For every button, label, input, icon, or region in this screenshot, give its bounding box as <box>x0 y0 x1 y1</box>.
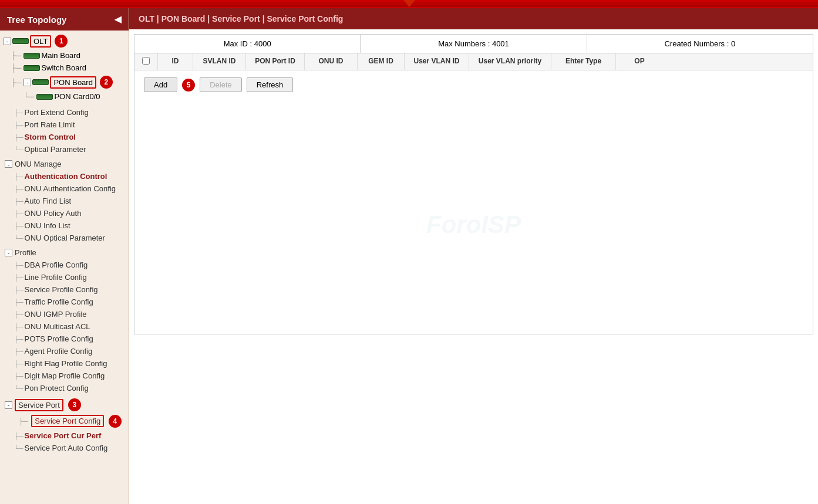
service-port-section[interactable]: - Service Port 3 <box>0 397 129 413</box>
badge-2: 2 <box>100 76 113 89</box>
nav-service-port-cur-perf[interactable]: ├─Service Port Cur Perf <box>0 429 129 442</box>
add-button[interactable]: Add <box>144 77 177 92</box>
pon-board-row[interactable]: ├─ - PON Board 2 <box>0 74 129 90</box>
sidebar-arrow[interactable]: ◀ <box>115 14 122 25</box>
breadcrumb-service-port: Service Port <box>212 14 260 23</box>
watermark: ForoISP <box>426 207 521 239</box>
nav-onu-igmp-profile[interactable]: ├─ONU IGMP Profile <box>0 308 129 320</box>
select-all-checkbox[interactable] <box>142 57 150 65</box>
sidebar-title: Tree Topology <box>7 15 66 25</box>
nav-onu-info-list[interactable]: ├─ONU Info List <box>0 219 129 232</box>
delete-button[interactable]: Delete <box>200 77 242 92</box>
created-numbers-cell: Created Numbers : 0 <box>587 35 813 53</box>
max-numbers-cell: Max Numbers : 4001 <box>361 35 587 53</box>
th-pon-port-id: PON Port ID <box>246 53 305 70</box>
nav-section-profile: - Profile ├─DBA Profile Config ├─Line Pr… <box>0 245 129 395</box>
nav-section-service-port: - Service Port 3 ├─ Service Port Config … <box>0 395 129 455</box>
breadcrumb-sep-2: | <box>207 14 212 23</box>
main-board-icon <box>23 53 40 59</box>
nav-agent-profile[interactable]: ├─Agent Profile Config <box>0 345 129 357</box>
nav-service-port-auto-config[interactable]: └─Service Port Auto Config <box>0 442 129 454</box>
breadcrumb-olt: OLT <box>139 14 154 23</box>
pon-board-expand[interactable]: - <box>23 79 31 86</box>
tree-connector-2: ├─ <box>11 63 21 72</box>
nav-storm-control[interactable]: ├─Storm Control <box>0 131 129 143</box>
nav-digit-map-profile[interactable]: ├─Digit Map Profile Config <box>0 370 129 382</box>
pon-board-icon <box>32 79 49 85</box>
breadcrumb-sep-1: | <box>157 14 161 23</box>
nav-pon-protect[interactable]: └─Pon Protect Config <box>0 382 129 394</box>
created-numbers-label: Created Numbers : 0 <box>664 39 735 48</box>
table-body: ForoISP <box>134 99 813 334</box>
content-body: Max ID : 4000 Max Numbers : 4001 Created… <box>129 29 818 504</box>
nav-service-port-config[interactable]: ├─ Service Port Config 4 <box>0 413 129 429</box>
nav-dba-profile[interactable]: ├─DBA Profile Config <box>0 259 129 271</box>
nav-onu-multicast-acl[interactable]: ├─ONU Multicast ACL <box>0 320 129 333</box>
pon-card-row[interactable]: └─ PON Card0/0 <box>0 90 129 103</box>
nav-traffic-profile[interactable]: ├─Traffic Profile Config <box>0 296 129 308</box>
nav-port-extend-config[interactable]: ├─Port Extend Config <box>0 106 129 119</box>
onu-manage-expand[interactable]: - <box>5 160 12 168</box>
nav-auto-find-list[interactable]: ├─Auto Find List <box>0 195 129 207</box>
action-row: Add 5 Delete Refresh <box>134 70 813 99</box>
onu-manage-label: ONU Manage <box>15 160 61 168</box>
main-board-row[interactable]: ├─ Main Board <box>0 49 129 62</box>
nav-onu-policy-auth[interactable]: ├─ONU Policy Auth <box>0 207 129 219</box>
nav-service-profile[interactable]: ├─Service Profile Config <box>0 283 129 296</box>
breadcrumb-bar: OLT | PON Board | Service Port | Service… <box>129 8 818 29</box>
olt-device-icon <box>12 38 29 44</box>
th-checkbox <box>134 53 158 70</box>
top-bar <box>0 0 818 8</box>
table-header: ID SVLAN ID PON Port ID ONU ID GEM ID Us… <box>134 53 813 70</box>
service-port-label[interactable]: Service Port <box>15 399 63 411</box>
main-container: Tree Topology ◀ - OLT 1 ├─ Main Board ├─ <box>0 8 818 504</box>
switch-board-icon <box>23 65 40 71</box>
th-onu-id: ONU ID <box>305 53 358 70</box>
badge-5: 5 <box>182 79 195 92</box>
th-ehter-type: Ehter Type <box>551 53 616 70</box>
tree-connector-3: ├─ <box>11 78 21 87</box>
th-id: ID <box>158 53 193 70</box>
nav-pots-profile[interactable]: ├─POTS Profile Config <box>0 333 129 345</box>
sidebar-header: Tree Topology ◀ <box>0 8 129 31</box>
nav-section-onu: - ONU Manage ├─Authentication Control ├─… <box>0 157 129 245</box>
sidebar: Tree Topology ◀ - OLT 1 ├─ Main Board ├─ <box>0 8 129 504</box>
nav-auth-control[interactable]: ├─Authentication Control <box>0 170 129 182</box>
onu-manage-section[interactable]: - ONU Manage <box>0 158 129 170</box>
nav-right-flag-profile[interactable]: ├─Right Flag Profile Config <box>0 357 129 370</box>
nav-optical-parameter[interactable]: └─Optical Parameter <box>0 143 129 155</box>
max-numbers-label: Max Numbers : 4001 <box>438 39 509 48</box>
th-svlan-id: SVLAN ID <box>193 53 246 70</box>
data-table-container: Max ID : 4000 Max Numbers : 4001 Created… <box>134 34 813 334</box>
th-op: OP <box>616 53 663 70</box>
pon-board-label[interactable]: PON Board <box>50 76 96 89</box>
olt-row[interactable]: - OLT 1 <box>0 33 129 49</box>
nav-onu-auth-config[interactable]: ├─ONU Authentication Config <box>0 182 129 195</box>
pon-card-icon <box>36 94 53 100</box>
tree-root: - OLT 1 ├─ Main Board ├─ Switch Board ├─ <box>0 31 129 105</box>
olt-label[interactable]: OLT <box>30 35 51 48</box>
profile-expand[interactable]: - <box>5 249 12 256</box>
sidebar-content: - OLT 1 ├─ Main Board ├─ Switch Board ├─ <box>0 31 129 504</box>
max-id-cell: Max ID : 4000 <box>134 35 361 53</box>
breadcrumb-pon-board: PON Board <box>161 14 206 23</box>
badge-4: 4 <box>109 415 122 428</box>
refresh-button[interactable]: Refresh <box>247 77 294 92</box>
tree-connector-1: ├─ <box>11 51 21 60</box>
nav-port-rate-limit[interactable]: ├─Port Rate Limit <box>0 119 129 131</box>
breadcrumb-service-port-config: Service Port Config <box>267 14 343 23</box>
service-port-expand[interactable]: - <box>5 401 12 409</box>
main-board-label[interactable]: Main Board <box>41 51 80 60</box>
th-user-vlan-priority: User VLAN priority <box>469 53 551 70</box>
switch-board-label[interactable]: Switch Board <box>41 63 86 72</box>
olt-expand-icon[interactable]: - <box>4 38 11 45</box>
top-bar-arrow <box>403 0 415 7</box>
nav-line-profile[interactable]: ├─Line Profile Config <box>0 271 129 283</box>
switch-board-row[interactable]: ├─ Switch Board <box>0 62 129 74</box>
th-gem-id: GEM ID <box>358 53 405 70</box>
nav-onu-optical-param[interactable]: └─ONU Optical Parameter <box>0 232 129 244</box>
service-port-config-label[interactable]: Service Port Config <box>31 415 104 427</box>
pon-card-label[interactable]: PON Card0/0 <box>54 92 100 101</box>
badge-1: 1 <box>55 35 68 48</box>
profile-section[interactable]: - Profile <box>0 246 129 259</box>
